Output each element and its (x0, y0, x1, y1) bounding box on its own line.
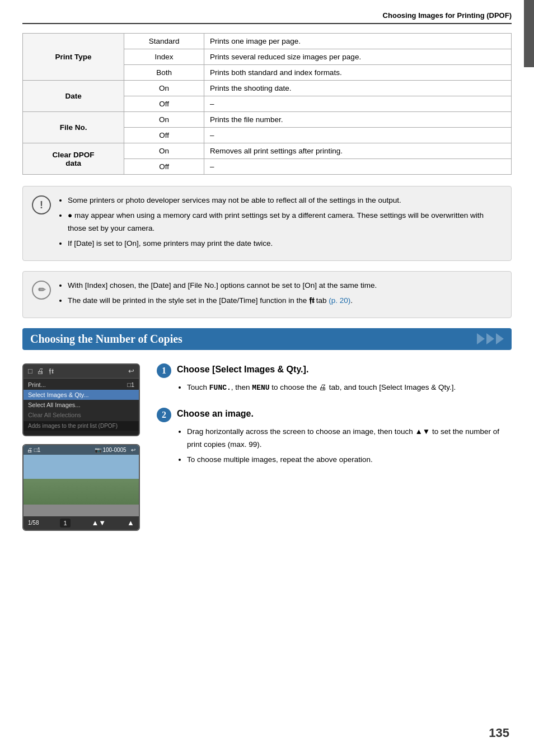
step-1: 1 Choose [Select Images & Qty.]. Touch F… (157, 363, 512, 394)
cell-date-on-desc: Prints the shooting date. (204, 81, 512, 96)
note-content-info: With [Index] chosen, the [Date] and [Fil… (58, 279, 502, 310)
menu-item-print-label: Print... (28, 381, 46, 388)
cam-icon-back: ↩ (128, 367, 134, 375)
camera-screen-1: □ 🖨 𝖋𝖙 ↩ Print... □1 Select Images & Qty… (22, 363, 140, 436)
row-header-date: Date (23, 81, 124, 112)
cell-cleardpof-off-label: Off (124, 159, 204, 175)
page-link: (p. 20) (329, 296, 350, 305)
cell-date-off-desc: – (204, 96, 512, 112)
header-title: Choosing Images for Printing (DPOF) (383, 11, 512, 20)
table-row: Print Type Standard Prints one image per… (23, 34, 512, 49)
step-2: 2 Choose an image. Drag horizontally acr… (157, 408, 512, 466)
cell-fileno-off-desc: – (204, 128, 512, 143)
cam2-info-right: 📷 100-0005 ↩ (95, 447, 135, 453)
menu-item-print-value: □1 (127, 381, 134, 388)
sidebar-accent (524, 0, 534, 67)
camera-screen2-top-bar: 🖨 □1 📷 100-0005 ↩ (24, 445, 139, 455)
menu-text: MENU (252, 384, 269, 392)
step-2-title: Choose an image. (177, 409, 254, 419)
menu-item-select-all: Select All Images... (24, 400, 139, 410)
cell-both-desc: Prints both standard and index formats. (204, 65, 512, 81)
triangle-icon-1 (477, 333, 485, 344)
row-header-print-type: Print Type (23, 34, 124, 81)
triangle-icon-2 (486, 333, 494, 344)
camera-screen-menu: Print... □1 Select Images & Qty... Selec… (24, 379, 139, 421)
step-images: □ 🖨 𝖋𝖙 ↩ Print... □1 Select Images & Qty… (22, 363, 140, 531)
heading-decoration (477, 333, 504, 344)
cell-date-on-label: On (124, 81, 204, 96)
step-2-body: Drag horizontally across the screen to c… (177, 426, 512, 466)
cell-index-label: Index (124, 49, 204, 65)
cell-standard-desc: Prints one image per page. (204, 34, 512, 49)
section-heading-text: Choosing the Number of Copies (30, 333, 182, 346)
step-content: 1 Choose [Select Images & Qty.]. Touch F… (157, 363, 512, 531)
pencil-icon: ✏ (32, 281, 51, 300)
step-1-bullet-1: Touch FUNC., then MENU to choose the 🖨 t… (187, 381, 512, 394)
step-1-number: 1 (157, 363, 171, 378)
cell-cleardpof-on-label: On (124, 143, 204, 159)
step-1-body: Touch FUNC., then MENU to choose the 🖨 t… (177, 381, 512, 394)
menu-item-clear: Clear All Selections (24, 410, 139, 420)
table-row: File No. On Prints the file number. (23, 112, 512, 128)
camera-screen2-bottom-bar: 1/58 1 ▲▼ ▲ (24, 516, 139, 530)
page-header: Choosing Images for Printing (DPOF) (22, 11, 512, 24)
step-2-bullet-1: Drag horizontally across the screen to c… (187, 426, 512, 451)
cell-cleardpof-on-desc: Removes all print settings after printin… (204, 143, 512, 159)
row-header-fileno: File No. (23, 112, 124, 143)
menu-item-print: Print... □1 (24, 380, 139, 390)
note-bullet-4: With [Index] chosen, the [Date] and [Fil… (68, 279, 502, 292)
cell-both-label: Both (124, 65, 204, 81)
menu-item-clear-label: Clear All Selections (28, 412, 81, 418)
camera-screen-footer: Adds images to the print list (DPOF) (24, 421, 139, 431)
step-1-title: Choose [Select Images & Qty.]. (177, 365, 308, 375)
settings-table: Print Type Standard Prints one image per… (22, 33, 512, 175)
step-2-number: 2 (157, 408, 171, 422)
page-number: 135 (489, 726, 509, 740)
cell-index-desc: Prints several reduced size images per p… (204, 49, 512, 65)
menu-item-select-images: Select Images & Qty... (24, 390, 139, 400)
cell-date-off-label: Off (124, 96, 204, 112)
step-1-header: 1 Choose [Select Images & Qty.]. (157, 363, 512, 378)
cam-icon-1: □ (28, 367, 32, 375)
note-bullet-1: Some printers or photo developer service… (68, 194, 502, 207)
note-box-warning: ! Some printers or photo developer servi… (22, 186, 512, 261)
cam2-counter-label: 1/58 (28, 520, 39, 526)
cell-cleardpof-off-desc: – (204, 159, 512, 175)
cam2-print-count: 1 (60, 519, 70, 528)
note-bullet-2: ● may appear when using a memory card wi… (68, 209, 502, 235)
note-bullet-3: If [Date] is set to [On], some printers … (68, 237, 502, 250)
note-bullet-5: The date will be printed in the style se… (68, 295, 502, 307)
cell-fileno-on-desc: Prints the file number. (204, 112, 512, 128)
cell-fileno-off-label: Off (124, 128, 204, 143)
cam2-arrows: ▲▼ (91, 519, 106, 527)
cam2-info-left: 🖨 □1 (27, 447, 40, 453)
row-header-cleardpof: Clear DPOFdata (23, 143, 124, 175)
cell-fileno-on-label: On (124, 112, 204, 128)
warning-icon: ! (32, 195, 51, 214)
note-box-info: ✏ With [Index] chosen, the [Date] and [F… (22, 271, 512, 318)
camera-screen-top-bar: □ 🖨 𝖋𝖙 ↩ (24, 365, 139, 379)
note-content-warning: Some printers or photo developer service… (58, 194, 502, 253)
camera-screen-2: 🖨 □1 📷 100-0005 ↩ 1/58 1 ▲▼ ▲ (22, 444, 140, 531)
cam2-up-btn: ▲ (127, 519, 134, 527)
triangle-icon-3 (496, 333, 504, 344)
section-heading: Choosing the Number of Copies (22, 328, 512, 350)
steps-area: □ 🖨 𝖋𝖙 ↩ Print... □1 Select Images & Qty… (22, 363, 512, 531)
menu-item-select-all-label: Select All Images... (28, 402, 81, 408)
cam-icon-2: 🖨 (37, 367, 44, 375)
menu-item-select-images-label: Select Images & Qty... (28, 391, 89, 398)
step-2-header: 2 Choose an image. (157, 408, 512, 422)
table-row: Clear DPOFdata On Removes all print sett… (23, 143, 512, 159)
step-2-bullet-2: To choose multiple images, repeat the ab… (187, 454, 512, 466)
table-row: Date On Prints the shooting date. (23, 81, 512, 96)
cell-standard-label: Standard (124, 34, 204, 49)
func-text: FUNC. (209, 384, 231, 392)
cam-icon-3: 𝖋𝖙 (49, 367, 54, 376)
